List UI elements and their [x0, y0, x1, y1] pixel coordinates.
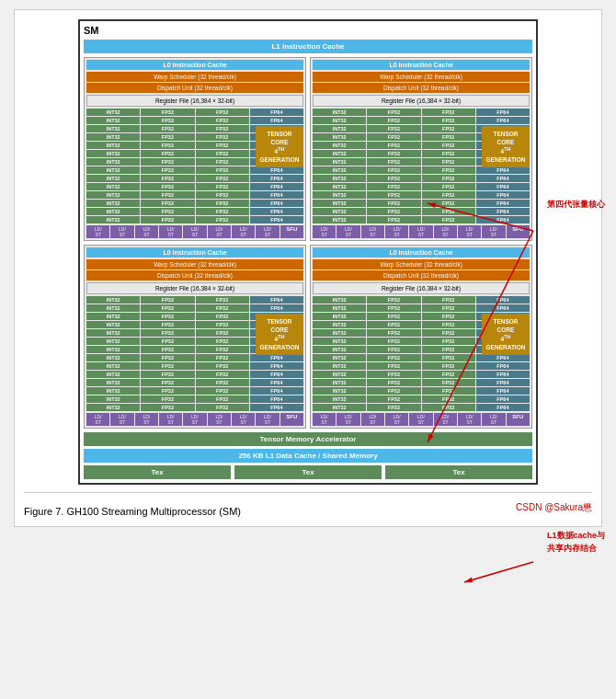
fp32-cell: FP32 — [141, 354, 194, 361]
fp32-cell: FP32 — [141, 346, 194, 353]
int32-cell: INT32 — [313, 158, 366, 166]
fp32-cell: FP32 — [367, 296, 420, 304]
ld-cell: LD/ST — [183, 413, 206, 426]
fp64-cell: FP64 — [250, 109, 303, 116]
int32-cell: INT32 — [86, 216, 140, 223]
int32-cell: INT32 — [86, 183, 140, 190]
ld-cell: LD/ST — [337, 413, 359, 426]
fp64-cell: FP64 — [250, 117, 303, 124]
int32-cell: INT32 — [313, 117, 366, 124]
int32-cell: INT32 — [86, 329, 140, 337]
ld-cell: LD/ST — [361, 413, 384, 426]
int32-cell: INT32 — [86, 296, 140, 304]
fp32-cell: FP32 — [422, 304, 475, 312]
sfu-cell: SFU — [507, 413, 530, 426]
fp32-cell: FP32 — [196, 304, 249, 312]
fp32-cell: FP32 — [141, 387, 194, 395]
fp32-cell: FP32 — [422, 296, 475, 304]
ld-cell: LD/ST — [135, 225, 158, 238]
fp32-cell: FP32 — [422, 150, 475, 157]
fp32-cell: FP32 — [367, 216, 420, 223]
fp32-cell: FP32 — [422, 200, 475, 207]
fp64-cell: FP64 — [476, 216, 530, 223]
fp32-cell: FP32 — [422, 158, 475, 166]
warp-scheduler-tl: Warp Scheduler (32 thread/clk) — [86, 72, 303, 82]
fp64-cell: FP64 — [476, 183, 530, 190]
int32-cell: INT32 — [313, 313, 366, 320]
tensor-core-label-bl: TENSOR CORE4TH GENERATION — [256, 314, 303, 356]
fp32-cell: FP32 — [141, 166, 194, 174]
fp32-cell: FP32 — [196, 354, 249, 361]
svg-line-3 — [464, 562, 533, 582]
sfu-cell: SFU — [280, 413, 303, 426]
fp32-cell: FP32 — [367, 379, 420, 386]
ld-cell: LD/ST — [183, 225, 206, 238]
fp64-cell: FP64 — [476, 395, 530, 403]
fp32-cell: FP32 — [367, 395, 420, 403]
fp64-cell: FP64 — [250, 304, 303, 312]
fp32-cell: FP32 — [422, 133, 475, 141]
fp32-cell: FP32 — [196, 387, 249, 395]
int32-cell: INT32 — [86, 175, 140, 182]
fp32-cell: FP32 — [367, 346, 420, 353]
int32-cell: INT32 — [313, 346, 366, 353]
fp32-cell: FP32 — [196, 133, 249, 141]
fp32-cell: FP32 — [422, 346, 475, 353]
warp-scheduler-bl: Warp Scheduler (32 thread/clk) — [86, 259, 303, 269]
dispatch-unit-bl: Dispatch Unit (32 thread/clk) — [86, 270, 303, 281]
dispatch-unit-tr: Dispatch Unit (32 thread/clk) — [313, 83, 530, 93]
int32-cell: INT32 — [313, 166, 366, 174]
fp64-cell: FP64 — [250, 362, 303, 370]
l1-instruction-cache-top: L1 Instruction Cache — [84, 40, 532, 53]
fp32-cell: FP32 — [422, 395, 475, 403]
sm-title: SM — [84, 25, 532, 36]
int32-cell: INT32 — [86, 321, 140, 328]
fp32-cell: FP32 — [422, 175, 475, 182]
ld-sfu-row-tl: LD/ST LD/ST LD/ST LD/ST LD/ST LD/ST LD/S… — [86, 225, 303, 238]
four-quadrants: L0 Instruction Cache Warp Scheduler (32 … — [84, 57, 532, 429]
fp64-cell: FP64 — [476, 175, 530, 182]
fp32-cell: FP32 — [422, 166, 475, 174]
int32-cell: INT32 — [86, 362, 140, 370]
fp32-cell: FP32 — [196, 338, 249, 345]
tensor-memory-accelerator: Tensor Memory Accelerator — [84, 432, 532, 446]
ld-cell: LD/ST — [208, 413, 231, 426]
fp32-cell: FP32 — [141, 183, 194, 190]
int32-cell: INT32 — [313, 354, 366, 361]
ld-cell: LD/ST — [458, 413, 481, 426]
ld-cell: LD/ST — [409, 413, 432, 426]
fp32-cell: FP32 — [196, 166, 249, 174]
fp64-cell: FP64 — [476, 379, 530, 386]
fp32-cell: FP32 — [141, 329, 194, 337]
fp32-cell: FP32 — [367, 158, 420, 166]
int32-cell: INT32 — [313, 296, 366, 304]
quadrant-bottom-right: L0 Instruction Cache Warp Scheduler (32 … — [310, 245, 532, 429]
annotation-l1-text: L1数据cache与 共享内存结合 — [547, 530, 616, 555]
fp32-cell: FP32 — [141, 158, 194, 166]
int32-cell: INT32 — [313, 200, 366, 207]
fp32-cell: FP32 — [367, 371, 420, 378]
register-file-bl: Register File (16,384 × 32-bit) — [86, 282, 303, 294]
fp32-cell: FP32 — [367, 183, 420, 190]
int32-cell: INT32 — [86, 125, 140, 132]
fp64-cell: FP64 — [476, 296, 530, 304]
fp64-cell: FP64 — [250, 200, 303, 207]
fp32-cell: FP32 — [141, 371, 194, 378]
int32-cell: INT32 — [313, 371, 366, 378]
quadrant-top-right: L0 Instruction Cache Warp Scheduler (32 … — [310, 57, 532, 241]
diagram-wrapper: SM L1 Instruction Cache L0 Instruction C… — [78, 19, 538, 485]
compute-grid-tr: INT32FP32FP32FP64 INT32FP32FP32FP64 INT3… — [313, 109, 530, 223]
int32-cell: INT32 — [313, 216, 366, 223]
int32-cell: INT32 — [86, 379, 140, 386]
sfu-cell: SFU — [280, 225, 303, 238]
fp32-cell: FP32 — [196, 109, 249, 116]
fp32-cell: FP32 — [141, 200, 194, 207]
fp32-cell: FP32 — [196, 362, 249, 370]
fp64-cell: FP64 — [250, 191, 303, 199]
fp32-cell: FP32 — [141, 313, 194, 320]
fp32-cell: FP32 — [422, 371, 475, 378]
fp32-cell: FP32 — [422, 117, 475, 124]
fp32-cell: FP32 — [196, 216, 249, 223]
fp32-cell: FP32 — [422, 338, 475, 345]
fp32-cell: FP32 — [196, 395, 249, 403]
